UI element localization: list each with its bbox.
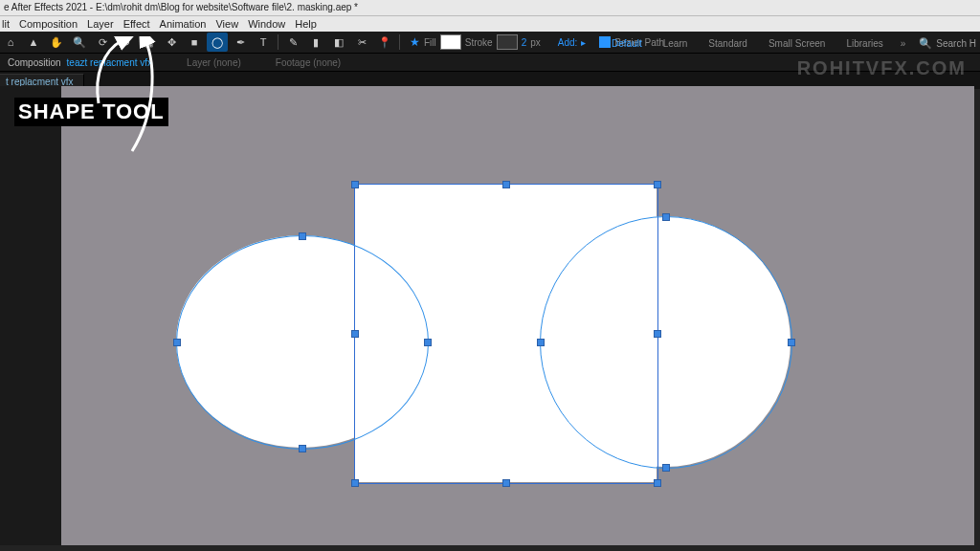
menu-bar: lit Composition Layer Effect Animation V…: [0, 16, 980, 32]
puppet-pin-tool-icon[interactable]: 📍: [374, 33, 395, 52]
stroke-swatch[interactable]: [497, 34, 518, 50]
selection-tool-icon[interactable]: ▲: [23, 33, 44, 52]
anchor-point[interactable]: [654, 479, 661, 487]
stroke-width-value[interactable]: 2: [522, 37, 527, 48]
rectangle-tool-icon[interactable]: ■: [184, 33, 205, 52]
ellipse-tool-icon[interactable]: ◯: [207, 33, 228, 52]
roto-brush-tool-icon[interactable]: ✂: [351, 33, 372, 52]
tool-separator: [278, 34, 278, 50]
stroke-label: Stroke: [465, 37, 493, 48]
project-panel-strip: [0, 86, 61, 545]
anchor-point[interactable]: [424, 339, 432, 346]
menu-file[interactable]: lit: [2, 16, 10, 32]
crumb-layer-label: Layer: [187, 57, 211, 68]
anchor-point[interactable]: [299, 232, 306, 240]
clone-stamp-tool-icon[interactable]: ▮: [305, 33, 326, 52]
fill-swatch[interactable]: [440, 34, 461, 50]
menu-animation[interactable]: Animation: [160, 16, 207, 32]
hand-tool-icon[interactable]: ✋: [46, 33, 67, 52]
zoom-tool-icon[interactable]: 🔍: [69, 33, 90, 52]
tool-separator: [399, 34, 400, 50]
anchor-point[interactable]: [351, 479, 359, 487]
menu-composition[interactable]: Composition: [19, 16, 78, 32]
pen-tool-icon[interactable]: ✒: [230, 33, 251, 52]
workspace-bar: Default Learn Standard Small Screen Libr…: [608, 33, 976, 54]
anchor-point[interactable]: [173, 339, 181, 346]
menu-view[interactable]: View: [215, 16, 238, 32]
workspace-standard[interactable]: Standard: [704, 36, 751, 51]
search-icon: 🔍: [919, 37, 932, 50]
ellipse-left-path-outline[interactable]: [176, 235, 429, 450]
workspace-small-screen[interactable]: Small Screen: [765, 36, 829, 51]
crumb-comp-name[interactable]: teazt replacment vfx: [67, 57, 152, 68]
rotate-tool-icon[interactable]: ↻: [115, 33, 136, 52]
fill-label: Fill: [424, 37, 436, 48]
anchor-point[interactable]: [654, 181, 661, 188]
type-tool-icon[interactable]: T: [253, 33, 274, 52]
pan-behind-tool-icon[interactable]: ✥: [161, 33, 182, 52]
menu-help[interactable]: Help: [295, 16, 317, 32]
workspace-learn[interactable]: Learn: [659, 36, 692, 51]
viewer-panel: [61, 86, 974, 545]
anchor-point[interactable]: [502, 181, 510, 188]
orbit-tool-icon[interactable]: ⟳: [92, 33, 113, 52]
ellipse-right-path-outline[interactable]: [540, 216, 792, 469]
add-dropdown-icon[interactable]: ▸: [581, 37, 586, 48]
composition-stage[interactable]: [61, 86, 974, 545]
anchor-point[interactable]: [788, 339, 795, 346]
workspace-overflow-icon[interactable]: »: [901, 38, 906, 49]
anchor-point[interactable]: [351, 330, 359, 338]
brush-tool-icon[interactable]: ✎: [282, 33, 303, 52]
crumb-label: Composition: [8, 57, 61, 68]
star-icon[interactable]: ★: [410, 35, 420, 49]
eraser-tool-icon[interactable]: ◧: [328, 33, 349, 52]
anchor-point[interactable]: [502, 479, 510, 487]
stroke-unit: px: [530, 37, 541, 48]
crumb-layer-value: (none): [213, 57, 241, 68]
crumb-footage-label: Footage: [276, 57, 311, 68]
shape-layer[interactable]: [176, 180, 791, 488]
watermark: ROHITVFX.COM: [797, 57, 967, 79]
menu-layer[interactable]: Layer: [87, 16, 114, 32]
anchor-point[interactable]: [662, 464, 670, 472]
anchor-point[interactable]: [537, 339, 545, 346]
home-icon[interactable]: ⌂: [0, 33, 21, 52]
anchor-point[interactable]: [351, 181, 359, 188]
camera-tool-icon[interactable]: ▦: [138, 33, 159, 52]
help-search[interactable]: 🔍 Search H: [919, 37, 976, 50]
menu-window[interactable]: Window: [248, 16, 285, 32]
anchor-point[interactable]: [299, 445, 306, 452]
annotation-label: SHAPE TOOL: [14, 98, 168, 126]
window-title: e After Effects 2021 - E:\dm\rohit dm\Bl…: [0, 0, 980, 16]
anchor-point[interactable]: [662, 213, 670, 221]
anchor-point[interactable]: [654, 330, 661, 338]
crumb-footage-value: (none): [313, 57, 341, 68]
search-placeholder: Search H: [936, 38, 976, 49]
workspace-default[interactable]: Default: [608, 36, 646, 51]
menu-effect[interactable]: Effect: [123, 16, 150, 32]
add-label: Add:: [558, 37, 578, 48]
workspace-libraries[interactable]: Libraries: [842, 36, 886, 51]
